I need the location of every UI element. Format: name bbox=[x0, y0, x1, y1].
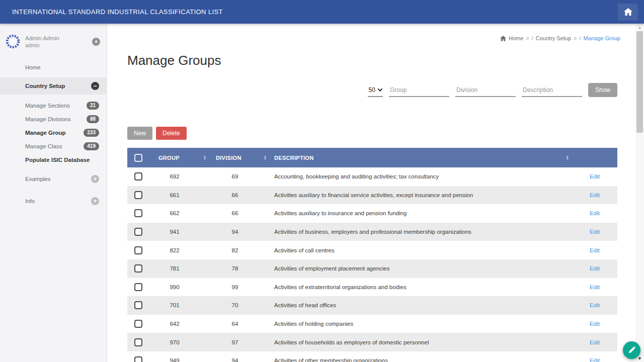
edit-link[interactable]: Edit bbox=[590, 357, 600, 362]
top-navbar: INTERNATIONAL STANDARD INDUSTRIAL CLASSI… bbox=[0, 0, 644, 24]
cell-division: 66 bbox=[210, 210, 260, 216]
sidebar-item-country-setup[interactable]: Country Setup − bbox=[0, 77, 107, 95]
row-checkbox[interactable] bbox=[134, 209, 142, 217]
row-checkbox[interactable] bbox=[134, 301, 142, 309]
cell-division: 78 bbox=[210, 265, 260, 272]
cell-description: Activities of employment placement agenc… bbox=[270, 265, 572, 272]
sidebar: Admin Admin admin + Home Country Setup −… bbox=[0, 24, 107, 362]
toolbar: New Delete bbox=[127, 127, 187, 140]
edit-link[interactable]: Edit bbox=[590, 265, 600, 272]
sort-icon[interactable]: ▲▼ bbox=[260, 155, 270, 160]
sidebar-item-info[interactable]: Info + bbox=[0, 192, 107, 211]
cell-group: 970 bbox=[149, 339, 200, 345]
edit-link[interactable]: Edit bbox=[590, 284, 600, 290]
user-name: Admin Admin bbox=[25, 35, 92, 41]
sidebar-item-examples[interactable]: Examples + bbox=[0, 169, 107, 189]
cell-group: 941 bbox=[149, 229, 200, 235]
column-header-group[interactable]: GROUP bbox=[149, 155, 200, 161]
pencil-icon bbox=[628, 346, 635, 354]
edit-link[interactable]: Edit bbox=[590, 302, 600, 308]
cell-description: Activities of call centres bbox=[270, 247, 572, 253]
cell-description: Activities of extraterritorial organizat… bbox=[270, 284, 572, 290]
page-size-select[interactable]: 50 bbox=[368, 86, 383, 97]
sort-icon[interactable]: ▲▼ bbox=[566, 155, 569, 160]
cell-group: 990 bbox=[149, 284, 200, 290]
delete-button[interactable]: Delete bbox=[156, 127, 187, 140]
edit-link[interactable]: Edit bbox=[590, 192, 600, 198]
edit-link[interactable]: Edit bbox=[590, 247, 600, 253]
cell-description: Activities of holding companies bbox=[270, 321, 572, 327]
select-all-checkbox[interactable] bbox=[134, 154, 142, 162]
sidebar-item-manage-group[interactable]: Manage Group 233 bbox=[0, 126, 107, 139]
show-button[interactable]: Show bbox=[588, 83, 617, 97]
table-row: 941 94 Activities of business, employers… bbox=[127, 223, 617, 241]
new-button[interactable]: New bbox=[127, 127, 152, 140]
edit-link[interactable]: Edit bbox=[590, 173, 600, 179]
user-role: admin bbox=[25, 42, 92, 48]
column-header-division[interactable]: DIVISION bbox=[210, 155, 260, 161]
vertical-scrollbar[interactable]: ▲ ▼ bbox=[635, 24, 644, 362]
table-row: 949 94 Activities of other membership or… bbox=[127, 351, 617, 362]
breadcrumb-country-setup[interactable]: Country Setup bbox=[536, 35, 571, 41]
sidebar-item-manage-divisions[interactable]: Manage Divisions 88 bbox=[0, 112, 107, 126]
cell-group: 822 bbox=[149, 247, 200, 253]
table-row: 970 97 Activities of households as emplo… bbox=[127, 333, 617, 351]
group-filter-input[interactable] bbox=[389, 86, 449, 97]
expand-plus-icon[interactable]: + bbox=[91, 175, 99, 183]
home-button[interactable] bbox=[618, 4, 638, 21]
count-badge: 88 bbox=[87, 115, 99, 123]
expand-plus-icon[interactable]: + bbox=[91, 197, 99, 205]
cell-division: 94 bbox=[210, 357, 260, 362]
table-row: 642 64 Activities of holding companies E… bbox=[127, 315, 617, 333]
sidebar-item-manage-class[interactable]: Manage Class 419 bbox=[0, 139, 107, 153]
breadcrumb-home[interactable]: Home bbox=[509, 35, 523, 41]
cell-description: Activities auxiliary to insurance and pe… bbox=[270, 210, 572, 216]
edit-link[interactable]: Edit bbox=[590, 210, 600, 216]
row-checkbox[interactable] bbox=[134, 338, 142, 346]
sidebar-item-populate-isic-database[interactable]: Populate ISIC Database bbox=[0, 153, 107, 166]
cell-group: 662 bbox=[149, 210, 200, 216]
edit-fab-button[interactable] bbox=[623, 341, 640, 359]
cell-group: 692 bbox=[149, 173, 200, 179]
page-title: Manage Groups bbox=[127, 53, 221, 68]
chevron-down-icon bbox=[378, 86, 383, 92]
cell-group: 661 bbox=[149, 192, 200, 198]
row-checkbox[interactable] bbox=[134, 356, 142, 362]
edit-link[interactable]: Edit bbox=[590, 339, 600, 345]
cell-division: 99 bbox=[210, 284, 260, 290]
sort-icon[interactable]: ▲▼ bbox=[200, 155, 210, 160]
cell-group: 701 bbox=[149, 302, 200, 308]
row-checkbox[interactable] bbox=[134, 320, 142, 328]
row-checkbox[interactable] bbox=[134, 172, 142, 180]
edit-link[interactable]: Edit bbox=[590, 321, 600, 327]
user-block: Admin Admin admin + bbox=[0, 24, 107, 57]
breadcrumb-manage-group: Manage Group bbox=[584, 35, 620, 41]
cell-division: 64 bbox=[210, 321, 260, 327]
main-content: Home > / Country Setup > / Manage Group … bbox=[107, 24, 635, 362]
table-row: 661 66 Activities auxiliary to financial… bbox=[127, 186, 617, 205]
count-badge: 233 bbox=[84, 129, 99, 137]
scroll-up-arrow-icon[interactable]: ▲ bbox=[635, 24, 644, 31]
home-icon bbox=[624, 8, 632, 16]
column-header-description[interactable]: DESCRIPTION bbox=[274, 155, 313, 161]
cell-description: Activities of households as employers of… bbox=[270, 339, 572, 345]
breadcrumb: Home > / Country Setup > / Manage Group bbox=[500, 35, 620, 41]
description-filter-input[interactable] bbox=[522, 86, 582, 97]
row-checkbox[interactable] bbox=[134, 228, 142, 236]
cell-division: 66 bbox=[210, 192, 260, 198]
filter-row: 50 Show bbox=[368, 83, 617, 97]
division-filter-input[interactable] bbox=[455, 86, 516, 97]
collapse-minus-icon[interactable]: − bbox=[91, 82, 99, 90]
breadcrumb-home-icon bbox=[500, 36, 506, 41]
sidebar-item-home[interactable]: Home bbox=[0, 57, 107, 77]
row-checkbox[interactable] bbox=[134, 191, 142, 199]
user-expand-plus-icon[interactable]: + bbox=[92, 38, 100, 46]
sidebar-item-manage-sections[interactable]: Manage Sections 21 bbox=[0, 99, 107, 112]
row-checkbox[interactable] bbox=[134, 283, 142, 291]
edit-link[interactable]: Edit bbox=[590, 229, 600, 235]
row-checkbox[interactable] bbox=[134, 264, 142, 273]
row-checkbox[interactable] bbox=[134, 246, 142, 254]
table-header: GROUP ▲▼ DIVISION ▲▼ DESCRIPTION ▲▼ bbox=[127, 148, 617, 167]
count-badge: 21 bbox=[87, 102, 99, 110]
scrollbar-thumb[interactable] bbox=[636, 31, 643, 133]
